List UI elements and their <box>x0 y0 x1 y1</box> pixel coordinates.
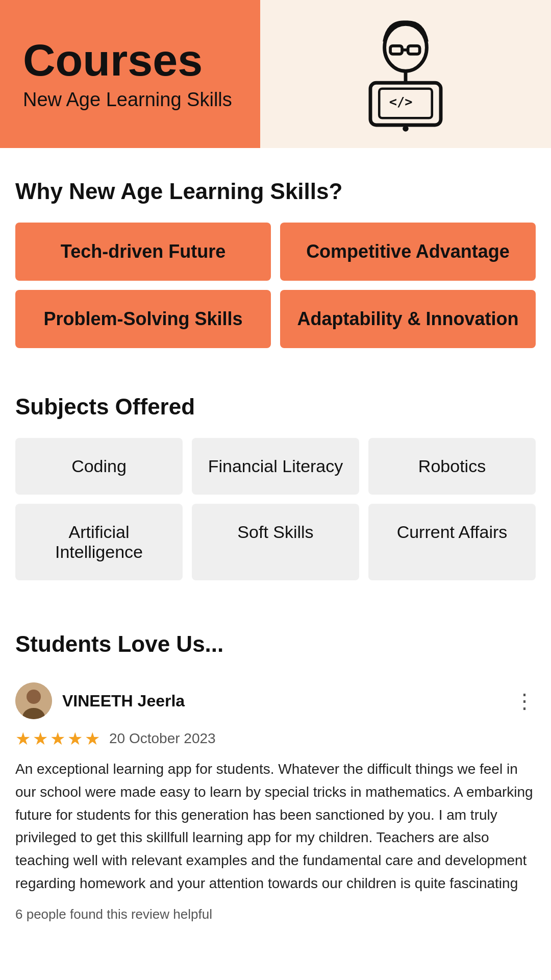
subject-ai[interactable]: Artificial Intelligence <box>15 504 183 580</box>
svg-text:</>: </> <box>389 94 413 109</box>
star-5: ★ <box>85 728 100 749</box>
svg-rect-2 <box>408 46 420 54</box>
review-text: An exceptional learning app for students… <box>15 758 536 895</box>
coder-icon: </> <box>347 15 464 133</box>
subjects-grid: Coding Financial Literacy Robotics Artif… <box>15 438 536 580</box>
review-date: 20 October 2023 <box>109 730 216 747</box>
subject-coding[interactable]: Coding <box>15 438 183 495</box>
review-meta: ★ ★ ★ ★ ★ 20 October 2023 <box>15 728 536 749</box>
why-card-1[interactable]: Competitive Advantage <box>280 223 536 281</box>
subjects-section: Subjects Offered Coding Financial Litera… <box>0 369 551 601</box>
header-right: </> <box>260 0 551 148</box>
svg-rect-1 <box>390 46 402 54</box>
svg-point-10 <box>27 690 41 704</box>
star-4: ★ <box>67 728 83 749</box>
why-section: Why New Age Learning Skills? Tech-driven… <box>0 148 551 369</box>
star-rating: ★ ★ ★ ★ ★ <box>15 728 100 749</box>
avatar <box>15 682 52 719</box>
reviewer-name: VINEETH Jeerla <box>62 692 185 710</box>
review-user: VINEETH Jeerla <box>15 682 185 719</box>
why-card-3[interactable]: Adaptability & Innovation <box>280 290 536 348</box>
header-left: Courses New Age Learning Skills <box>0 0 260 148</box>
why-grid: Tech-driven Future Competitive Advantage… <box>15 223 536 348</box>
subject-robotics[interactable]: Robotics <box>368 438 536 495</box>
subject-soft-skills[interactable]: Soft Skills <box>192 504 359 580</box>
star-3: ★ <box>50 728 65 749</box>
reviews-title: Students Love Us... <box>15 631 536 657</box>
page-header: Courses New Age Learning Skills </> <box>0 0 551 148</box>
reviews-section: Students Love Us... VINEETH Jeerla ⋮ ★ <box>0 601 551 948</box>
svg-point-8 <box>403 126 409 132</box>
review-card-0: VINEETH Jeerla ⋮ ★ ★ ★ ★ ★ 20 October 20… <box>15 677 536 927</box>
review-helpful: 6 people found this review helpful <box>15 906 536 922</box>
why-title: Why New Age Learning Skills? <box>15 179 536 204</box>
page-title: Courses <box>23 38 237 83</box>
review-header: VINEETH Jeerla ⋮ <box>15 682 536 719</box>
why-card-0[interactable]: Tech-driven Future <box>15 223 271 281</box>
star-1: ★ <box>15 728 31 749</box>
star-2: ★ <box>33 728 48 749</box>
page-subtitle: New Age Learning Skills <box>23 89 237 111</box>
more-options-icon[interactable]: ⋮ <box>514 689 536 713</box>
why-card-2[interactable]: Problem-Solving Skills <box>15 290 271 348</box>
subject-current-affairs[interactable]: Current Affairs <box>368 504 536 580</box>
subject-financial-literacy[interactable]: Financial Literacy <box>192 438 359 495</box>
subjects-title: Subjects Offered <box>15 394 536 420</box>
